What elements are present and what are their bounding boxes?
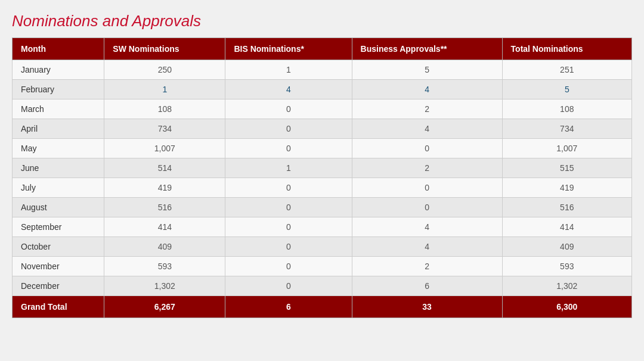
cell-sw: 108 xyxy=(104,99,225,119)
cell-month: February xyxy=(13,80,104,99)
cell-business: 2 xyxy=(352,99,502,119)
cell-bis: 0 xyxy=(225,217,352,237)
cell-total: 251 xyxy=(502,60,631,80)
cell-bis: 1 xyxy=(225,158,352,178)
table-row: October40904409 xyxy=(13,237,632,257)
table-row: March10802108 xyxy=(13,99,632,119)
cell-month: October xyxy=(13,237,104,257)
cell-business: 5 xyxy=(352,60,502,80)
table-row: August51600516 xyxy=(13,198,632,217)
cell-total: 515 xyxy=(502,158,631,178)
cell-month: January xyxy=(13,60,104,80)
cell-month: April xyxy=(13,119,104,139)
cell-bis: 0 xyxy=(225,139,352,158)
cell-business: 4 xyxy=(352,80,502,99)
cell-month: June xyxy=(13,158,104,178)
footer-sw: 6,267 xyxy=(104,296,225,318)
table-row: May1,007001,007 xyxy=(13,139,632,158)
cell-business: 2 xyxy=(352,158,502,178)
cell-month: July xyxy=(13,178,104,198)
cell-bis: 0 xyxy=(225,99,352,119)
cell-sw: 514 xyxy=(104,158,225,178)
table-row: January25015251 xyxy=(13,60,632,80)
cell-bis: 0 xyxy=(225,237,352,257)
cell-bis: 0 xyxy=(225,198,352,217)
cell-total: 734 xyxy=(502,119,631,139)
table-row: July41900419 xyxy=(13,178,632,198)
col-header-bis: BIS Nominations* xyxy=(225,38,352,60)
cell-month: May xyxy=(13,139,104,158)
cell-total: 409 xyxy=(502,237,631,257)
col-header-business: Business Approvals** xyxy=(352,38,502,60)
table-row: September41404414 xyxy=(13,217,632,237)
cell-business: 4 xyxy=(352,119,502,139)
cell-month: December xyxy=(13,276,104,296)
cell-sw: 516 xyxy=(104,198,225,217)
footer-bis: 6 xyxy=(225,296,352,318)
cell-bis: 4 xyxy=(225,80,352,99)
footer-total: 6,300 xyxy=(502,296,631,318)
cell-bis: 0 xyxy=(225,119,352,139)
footer-business: 33 xyxy=(352,296,502,318)
cell-bis: 0 xyxy=(225,257,352,276)
cell-bis: 0 xyxy=(225,276,352,296)
table-row: February1445 xyxy=(13,80,632,99)
cell-sw: 593 xyxy=(104,257,225,276)
cell-sw: 1,302 xyxy=(104,276,225,296)
cell-month: November xyxy=(13,257,104,276)
cell-business: 4 xyxy=(352,217,502,237)
cell-month: August xyxy=(13,198,104,217)
cell-business: 0 xyxy=(352,139,502,158)
cell-sw: 1 xyxy=(104,80,225,99)
table-header-row: Month SW Nominations BIS Nominations* Bu… xyxy=(13,38,632,60)
nominations-table: Month SW Nominations BIS Nominations* Bu… xyxy=(12,38,632,318)
cell-business: 0 xyxy=(352,198,502,217)
cell-total: 419 xyxy=(502,178,631,198)
table-row: April73404734 xyxy=(13,119,632,139)
table-row: June51412515 xyxy=(13,158,632,178)
cell-total: 108 xyxy=(502,99,631,119)
cell-business: 2 xyxy=(352,257,502,276)
cell-sw: 1,007 xyxy=(104,139,225,158)
cell-month: September xyxy=(13,217,104,237)
footer-label: Grand Total xyxy=(13,296,104,318)
cell-sw: 734 xyxy=(104,119,225,139)
cell-bis: 0 xyxy=(225,178,352,198)
cell-sw: 419 xyxy=(104,178,225,198)
cell-sw: 409 xyxy=(104,237,225,257)
cell-total: 516 xyxy=(502,198,631,217)
col-header-month: Month xyxy=(13,38,104,60)
cell-total: 1,302 xyxy=(502,276,631,296)
cell-total: 5 xyxy=(502,80,631,99)
grand-total-row: Grand Total 6,267 6 33 6,300 xyxy=(13,296,632,318)
cell-month: March xyxy=(13,99,104,119)
table-row: November59302593 xyxy=(13,257,632,276)
cell-business: 4 xyxy=(352,237,502,257)
cell-sw: 414 xyxy=(104,217,225,237)
col-header-total: Total Nominations xyxy=(502,38,631,60)
cell-bis: 1 xyxy=(225,60,352,80)
table-row: December1,302061,302 xyxy=(13,276,632,296)
cell-business: 0 xyxy=(352,178,502,198)
col-header-sw: SW Nominations xyxy=(104,38,225,60)
page-title: Nominations and Approvals xyxy=(12,12,632,30)
cell-sw: 250 xyxy=(104,60,225,80)
cell-total: 1,007 xyxy=(502,139,631,158)
cell-total: 414 xyxy=(502,217,631,237)
cell-business: 6 xyxy=(352,276,502,296)
cell-total: 593 xyxy=(502,257,631,276)
